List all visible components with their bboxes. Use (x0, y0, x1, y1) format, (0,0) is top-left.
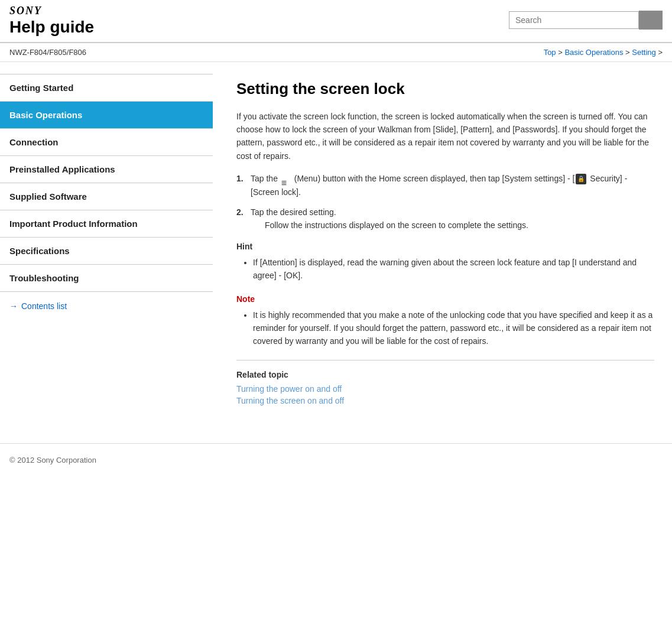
note-list: It is highly recommended that you make a… (236, 308, 654, 348)
sidebar-item-getting-started[interactable]: Getting Started (0, 74, 213, 101)
search-area (509, 11, 663, 30)
hint-label: Hint (236, 242, 654, 251)
breadcrumb-top-link[interactable]: Top (544, 48, 556, 57)
step-2-text: Tap the desired setting. Follow the inst… (251, 206, 654, 232)
sidebar: Getting Started Basic Operations Connect… (0, 62, 213, 425)
related-topic-label: Related topic (236, 370, 654, 379)
help-guide-title: Help guide (9, 17, 94, 42)
note-label: Note (236, 294, 654, 304)
breadcrumb-sep2: > (625, 48, 632, 57)
device-model: NWZ-F804/F805/F806 (9, 48, 86, 57)
sidebar-item-preinstalled-applications[interactable]: Preinstalled Applications (0, 155, 213, 183)
copyright: © 2012 Sony Corporation (9, 456, 96, 464)
sidebar-item-supplied-software[interactable]: Supplied Software (0, 183, 213, 210)
related-topic-section: Related topic Turning the power on and o… (236, 360, 654, 405)
main-layout: Getting Started Basic Operations Connect… (0, 62, 672, 425)
breadcrumb-bar: NWZ-F804/F805/F806 Top > Basic Operation… (0, 43, 672, 62)
related-link-1[interactable]: Turning the power on and off (236, 384, 654, 394)
breadcrumb: Top > Basic Operations > Setting > (544, 48, 663, 57)
step-1-number: 1. (236, 172, 251, 199)
arrow-right-icon: → (9, 301, 18, 311)
hint-section: Hint If [Attention] is displayed, read t… (236, 242, 654, 282)
menu-icon (281, 176, 291, 183)
sidebar-item-troubleshooting[interactable]: Troubleshooting (0, 264, 213, 292)
note-item-1: It is highly recommended that you make a… (253, 308, 654, 348)
breadcrumb-sep3: > (658, 48, 663, 57)
security-icon: 🔒 (576, 174, 586, 184)
contents-list-link[interactable]: → Contents list (0, 292, 213, 320)
search-input[interactable] (509, 11, 639, 29)
hint-list: If [Attention] is displayed, read the wa… (236, 256, 654, 282)
intro-text: If you activate the screen lock function… (236, 110, 654, 163)
step-2-sub: Follow the instructions displayed on the… (251, 220, 528, 230)
header-left: SONY Help guide (9, 5, 94, 42)
page-title: Setting the screen lock (236, 80, 654, 98)
breadcrumb-sep1: > (558, 48, 564, 57)
step-2: 2. Tap the desired setting. Follow the i… (236, 206, 654, 232)
breadcrumb-setting-link[interactable]: Setting (632, 48, 655, 57)
sidebar-item-connection[interactable]: Connection (0, 128, 213, 155)
related-link-2[interactable]: Turning the screen on and off (236, 396, 654, 405)
search-button[interactable] (639, 11, 663, 30)
footer: © 2012 Sony Corporation (0, 443, 672, 476)
step-2-number: 2. (236, 206, 251, 232)
sidebar-item-basic-operations[interactable]: Basic Operations (0, 101, 213, 128)
breadcrumb-basic-operations-link[interactable]: Basic Operations (564, 48, 623, 57)
note-section: Note It is highly recommended that you m… (236, 294, 654, 348)
step-1-text: Tap the (Menu) button with the Home scre… (251, 172, 654, 199)
header: SONY Help guide (0, 0, 672, 43)
contents-list-label: Contents list (21, 301, 67, 311)
steps-list: 1. Tap the (Menu) button with the Home s… (236, 172, 654, 232)
hint-item-1: If [Attention] is displayed, read the wa… (253, 256, 654, 282)
sony-logo: SONY (9, 5, 94, 17)
sidebar-item-specifications[interactable]: Specifications (0, 237, 213, 264)
content-area: Setting the screen lock If you activate … (213, 62, 672, 425)
sidebar-item-important-product-information[interactable]: Important Product Information (0, 210, 213, 237)
step-1: 1. Tap the (Menu) button with the Home s… (236, 172, 654, 199)
